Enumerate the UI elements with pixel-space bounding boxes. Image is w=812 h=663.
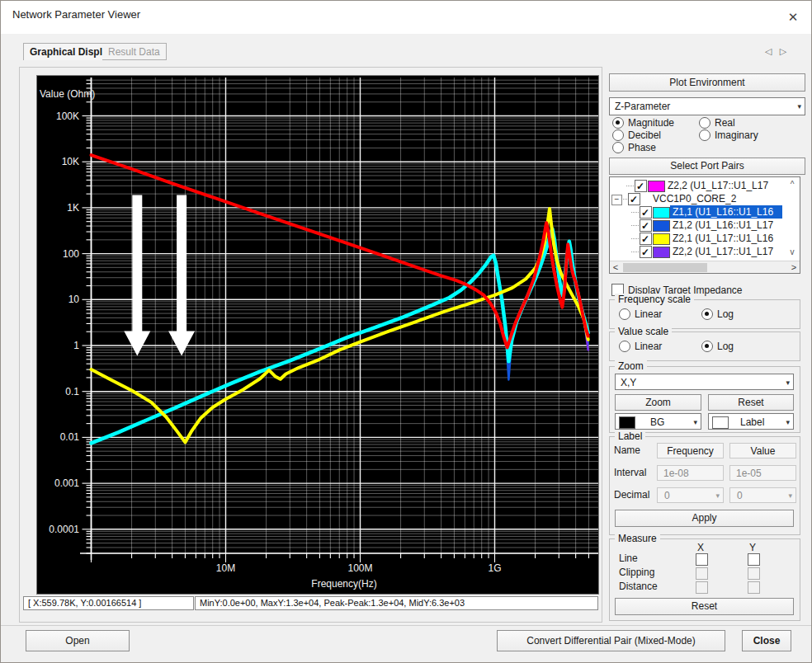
decimal-value-value: 0 — [737, 488, 743, 503]
tree-line — [626, 186, 634, 187]
value-scale-radio-log[interactable] — [701, 341, 713, 352]
display-label: Phase — [628, 142, 656, 153]
display-option-magnitude[interactable]: Magnitude — [612, 117, 674, 129]
plot-panel: 100K10K1K1001010.10.010.0010.000110M100M… — [19, 67, 602, 623]
port-pair-checkbox[interactable] — [640, 219, 652, 232]
select-port-pairs-button[interactable]: Select Port Pairs — [609, 158, 805, 175]
cursor-status: [ X:559.78K, Y:0.00166514 ] — [23, 596, 194, 610]
display-radio-real[interactable] — [699, 117, 710, 129]
chevron-down-icon: ▾ — [786, 414, 790, 430]
port-pair-row[interactable]: Z1,1 (U1_L16::U1_L16 — [610, 205, 800, 219]
interval-value-input[interactable]: 1e-05 — [729, 465, 796, 481]
value-scale-option-log[interactable]: Log — [701, 341, 734, 352]
port-pair-list[interactable]: ^ v < > Z2,2 (U1_L17::U1_L17−VCC1P0_CORE… — [609, 176, 800, 274]
value-scale-option-linear[interactable]: Linear — [619, 341, 662, 352]
scrollbar-thumb[interactable] — [623, 263, 707, 272]
label-group-title: Label — [615, 430, 645, 442]
chevron-down-icon: ▾ — [797, 98, 801, 115]
horizontal-scrollbar[interactable]: < > — [610, 261, 800, 274]
port-pair-row[interactable]: −VCC1P0_CORE_2 — [610, 192, 800, 205]
plot-environment-button[interactable]: Plot Environment — [609, 73, 805, 92]
frequency-scale-radio-log[interactable] — [701, 308, 713, 320]
measure-distance-x-checkbox — [696, 581, 708, 594]
tree-line — [631, 212, 639, 214]
value-scale-radio-linear[interactable] — [619, 341, 630, 352]
decimal-frequency-select[interactable]: 0 ▾ — [657, 487, 724, 503]
close-icon[interactable]: ✕ — [783, 7, 803, 27]
port-pair-label: Z2,2 (U1_L17::U1_L17 — [673, 245, 773, 258]
port-pair-row[interactable]: Z2,2 (U1_L17::U1_L17 — [610, 179, 800, 192]
port-pair-row[interactable]: Z2,1 (U1_L17::U1_L16 — [610, 232, 800, 245]
zoom-reset-button[interactable]: Reset — [708, 394, 794, 411]
name-value-field: Value — [729, 443, 796, 458]
tree-expander-icon[interactable]: − — [611, 195, 622, 205]
port-pair-checkbox[interactable] — [640, 246, 652, 258]
zoom-button[interactable]: Zoom — [615, 394, 701, 411]
close-button[interactable]: Close — [742, 630, 791, 651]
frequency-scale-option-log[interactable]: Log — [701, 308, 734, 320]
y-tick-label: 0.0001 — [49, 524, 79, 535]
tree-line — [631, 238, 639, 240]
display-option-decibel[interactable]: Decibel — [612, 129, 661, 141]
window-title: Network Parameter Viewer — [12, 8, 140, 21]
label-color-select[interactable]: Label ▾ — [708, 413, 794, 430]
display-radio-imaginary[interactable] — [699, 129, 710, 141]
display-radio-phase[interactable] — [612, 142, 624, 153]
bg-color-swatch — [619, 416, 635, 429]
measure-line-y-checkbox[interactable] — [748, 553, 760, 566]
series-color-swatch — [653, 247, 670, 258]
frequency-scale-option-linear[interactable]: Linear — [619, 308, 662, 320]
port-pair-row[interactable]: Z2,2 (U1_L17::U1_L17 — [610, 245, 800, 258]
frequency-scale-title: Frequency scale — [615, 294, 694, 305]
port-pair-checkbox[interactable] — [640, 233, 652, 245]
scroll-left-icon[interactable]: < — [611, 262, 621, 273]
bg-color-select[interactable]: BG ▾ — [615, 413, 701, 430]
display-radio-magnitude[interactable] — [612, 117, 624, 129]
port-pair-label: Z1,2 (U1_L16::U1_L17 — [673, 219, 773, 232]
apply-button[interactable]: Apply — [615, 510, 794, 527]
parameter-select-value: Z-Parameter — [615, 98, 670, 115]
tab-nav-next-icon[interactable]: ▷ — [777, 45, 790, 57]
scroll-right-icon[interactable]: > — [789, 262, 799, 273]
chevron-down-icon: ▾ — [715, 488, 720, 503]
decimal-frequency-value: 0 — [664, 488, 670, 503]
interval-frequency-input[interactable]: 1e-08 — [657, 465, 724, 481]
y-tick-label: 10 — [68, 294, 80, 305]
display-option-phase[interactable]: Phase — [612, 142, 656, 153]
impedance-plot[interactable]: 100K10K1K1001010.10.010.0010.000110M100M… — [36, 75, 599, 595]
port-pair-label: Z2,1 (U1_L17::U1_L16 — [673, 232, 773, 245]
tab-nav-prev-icon[interactable]: ◁ — [762, 45, 775, 57]
port-pair-row[interactable]: Z1,2 (U1_L16::U1_L17 — [610, 219, 800, 232]
port-pair-checkbox[interactable] — [640, 206, 652, 219]
display-label: Real — [715, 117, 735, 129]
measure-line-x-checkbox[interactable] — [696, 553, 708, 566]
x-tick-label: 100M — [347, 562, 372, 574]
open-button[interactable]: Open — [26, 630, 130, 651]
zoom-mode-value: X,Y — [621, 374, 636, 391]
convert-differential-pair-button[interactable]: Convert Differential Pair (Mixed-Mode) — [497, 630, 725, 651]
port-pair-label: Z2,2 (U1_L17::U1_L17 — [668, 179, 768, 192]
footer-divider — [1, 625, 812, 626]
display-option-real[interactable]: Real — [699, 117, 735, 129]
y-tick-label: 0.01 — [60, 431, 80, 443]
measure-reset-button[interactable]: Reset — [615, 598, 794, 615]
x-tick-label: 10M — [216, 562, 235, 574]
tab-result-data[interactable]: Result Data — [102, 43, 167, 60]
display-radio-decibel[interactable] — [612, 129, 624, 141]
impedance-chart-svg[interactable]: 100K10K1K1001010.10.010.0010.000110M100M… — [37, 76, 598, 594]
y-axis-title: Value (Ohm) — [40, 88, 95, 100]
frequency-scale-label: Log — [717, 308, 734, 320]
series-color-swatch — [653, 207, 670, 219]
display-option-imaginary[interactable]: Imaginary — [699, 129, 758, 141]
measure-row-label-distance: Distance — [619, 581, 658, 592]
decimal-value-select[interactable]: 0 ▾ — [729, 487, 796, 503]
zoom-mode-select[interactable]: X,Y ▾ — [615, 374, 794, 390]
series-color-swatch — [653, 233, 670, 245]
frequency-scale-radio-linear[interactable] — [619, 308, 630, 320]
parameter-select[interactable]: Z-Parameter ▾ — [609, 97, 805, 115]
y-tick-label: 10K — [62, 156, 79, 167]
port-pair-checkbox[interactable] — [628, 193, 640, 205]
measure-col-y: Y — [749, 542, 756, 553]
interval-label: Interval — [614, 467, 646, 478]
port-pair-checkbox[interactable] — [635, 180, 647, 192]
